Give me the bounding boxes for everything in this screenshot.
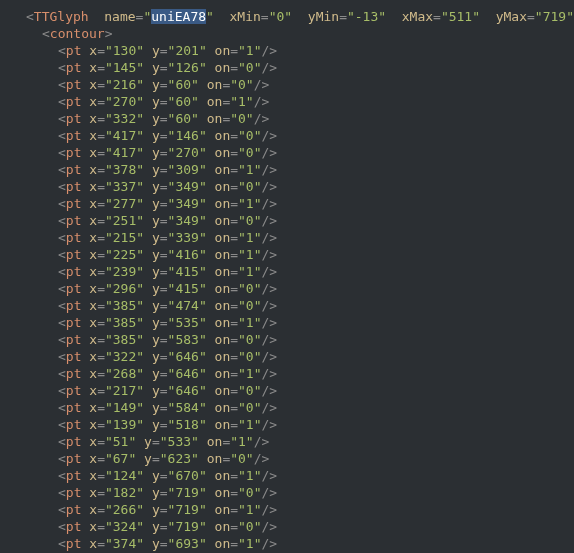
pt-element: <pt x="124" y="670" on="1"/> [10,467,277,484]
pt-element: <pt x="385" y="583" on="0"/> [10,331,277,348]
pt-element: <pt x="239" y="415" on="1"/> [10,263,277,280]
pt-element: <pt x="374" y="693" on="1"/> [10,535,277,552]
pt-element: <pt x="225" y="416" on="1"/> [10,246,277,263]
pt-element: <pt x="182" y="719" on="0"/> [10,484,277,501]
pt-element: <pt x="139" y="518" on="1"/> [10,416,277,433]
pt-element: <pt x="215" y="339" on="1"/> [10,229,277,246]
pt-element: <pt x="417" y="270" on="0"/> [10,144,277,161]
pt-element: <pt x="277" y="349" on="1"/> [10,195,277,212]
pt-element: <pt x="417" y="146" on="0"/> [10,127,277,144]
pt-element: <pt x="145" y="126" on="0"/> [10,59,277,76]
pt-element: <pt x="337" y="349" on="0"/> [10,178,277,195]
contour-open-tag: <contour> [10,25,112,42]
pt-element: <pt x="385" y="535" on="1"/> [10,314,277,331]
pt-element: <pt x="270" y="60" on="1"/> [10,93,269,110]
pt-element: <pt x="268" y="646" on="1"/> [10,365,277,382]
pt-element: <pt x="67" y="623" on="0"/> [10,450,269,467]
pt-element: <pt x="378" y="309" on="1"/> [10,161,277,178]
pt-element: <pt x="296" y="415" on="0"/> [10,280,277,297]
ttglyph-open-tag: <TTGlyph name="uniEA78" xMin="0" yMin="-… [10,8,574,25]
pt-element: <pt x="149" y="584" on="0"/> [10,399,277,416]
pt-element: <pt x="216" y="60" on="0"/> [10,76,269,93]
pt-element: <pt x="130" y="201" on="1"/> [10,42,277,59]
pt-element: <pt x="251" y="349" on="0"/> [10,212,277,229]
pt-element: <pt x="332" y="60" on="0"/> [10,110,269,127]
pt-element: <pt x="385" y="474" on="0"/> [10,297,277,314]
pt-element: <pt x="322" y="646" on="0"/> [10,348,277,365]
pt-element: <pt x="324" y="719" on="0"/> [10,518,277,535]
pt-element: <pt x="217" y="646" on="0"/> [10,382,277,399]
pt-element: <pt x="266" y="719" on="1"/> [10,501,277,518]
xml-code-block[interactable]: <TTGlyph name="uniEA78" xMin="0" yMin="-… [0,0,574,553]
pt-element: <pt x="51" y="533" on="1"/> [10,433,269,450]
